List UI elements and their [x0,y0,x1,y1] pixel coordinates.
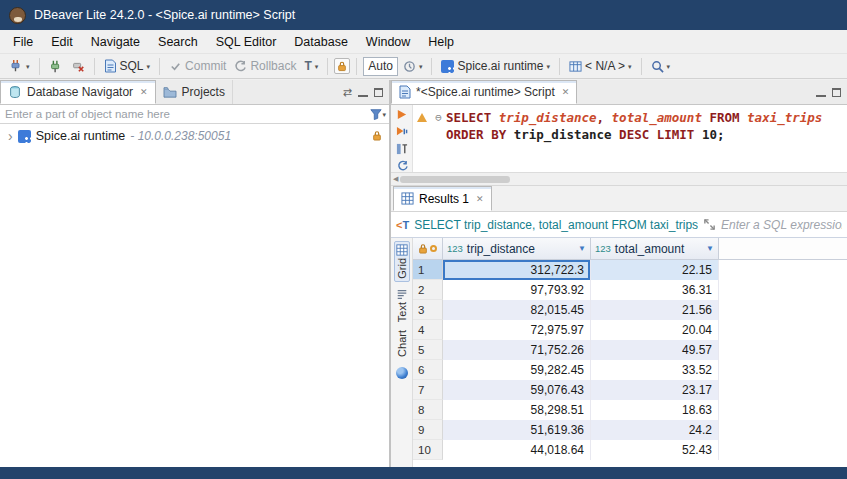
table-row[interactable]: 858,298.5118.63 [413,400,847,420]
menu-edit[interactable]: Edit [42,32,82,52]
cell-trip-distance[interactable]: 71,752.26 [443,340,591,360]
cell-total-amount[interactable]: 36.31 [591,280,719,300]
scrollbar-thumb[interactable] [400,176,510,183]
tab-text-view[interactable]: Text [395,286,409,324]
minimize-icon[interactable] [358,88,368,97]
maximize-icon[interactable] [832,88,841,97]
menu-sql-editor[interactable]: SQL Editor [207,32,286,52]
sql-code-area[interactable]: ⊖ SELECT trip_distance, total_amount FRO… [413,105,847,172]
cell-total-amount[interactable]: 23.17 [591,380,719,400]
table-row[interactable]: 1044,018.6452.43 [413,440,847,460]
tab-sql-script[interactable]: *<Spice.ai runtime> Script ✕ [391,80,577,104]
search-icon [651,60,664,73]
maximize-icon[interactable] [374,88,383,97]
commit-mode-combo[interactable]: Auto [363,57,398,76]
row-number[interactable]: 3 [413,300,443,320]
new-connection-button[interactable]: ▾ [5,57,33,75]
tab-database-navigator[interactable]: Database Navigator ✕ [0,80,156,104]
transaction-log-button[interactable]: ▾ [400,58,426,75]
cell-trip-distance[interactable]: 72,975.97 [443,320,591,340]
readonly-toggle-button[interactable] [334,58,350,74]
sort-icon[interactable]: ▼ [706,244,714,253]
grid-corner-cell[interactable] [413,238,443,260]
row-number[interactable]: 4 [413,320,443,340]
row-number[interactable]: 5 [413,340,443,360]
explain-plan-button[interactable] [394,143,410,155]
sql-editor-button[interactable]: SQL ▾ [101,57,154,75]
column-header-trip-distance[interactable]: 123 trip_distance ▼ [443,238,591,260]
cell-trip-distance[interactable]: 59,076.43 [443,380,591,400]
expand-filter-icon[interactable] [703,218,716,231]
minimize-icon[interactable] [816,88,826,97]
result-filter-input[interactable] [721,218,842,232]
row-number[interactable]: 7 [413,380,443,400]
tab-grid-view[interactable]: Grid [394,241,410,282]
cell-trip-distance[interactable]: 97,793.92 [443,280,591,300]
close-icon[interactable]: ✕ [140,87,148,97]
table-row[interactable]: 472,975.9720.04 [413,320,847,340]
cell-total-amount[interactable]: 18.63 [591,400,719,420]
expander-icon[interactable]: › [8,129,13,143]
tab-results-1[interactable]: Results 1 ✕ [393,186,492,211]
disconnect-button[interactable] [68,57,88,75]
row-number[interactable]: 8 [413,400,443,420]
cell-trip-distance[interactable]: 58,298.51 [443,400,591,420]
row-number[interactable]: 1 [413,260,443,280]
cell-total-amount[interactable]: 33.52 [591,360,719,380]
scroll-left-icon[interactable]: ◀ [393,175,398,183]
cell-trip-distance[interactable]: 312,722.3 [443,260,591,280]
cell-total-amount[interactable]: 52.43 [591,440,719,460]
column-header-total-amount[interactable]: 123 total_amount ▼ [591,238,719,260]
cell-trip-distance[interactable]: 44,018.64 [443,440,591,460]
tab-chart-view[interactable]: Chart [395,328,409,359]
cell-total-amount[interactable]: 21.56 [591,300,719,320]
tab-projects[interactable]: Projects [156,80,233,104]
menu-database[interactable]: Database [285,32,357,52]
execute-script-button[interactable] [394,125,410,137]
tree-item-spice-runtime[interactable]: › Spice.ai runtime - 10.0.0.238:50051 [0,127,389,145]
link-editor-icon[interactable]: ⇄ [343,86,352,99]
row-number[interactable]: 10 [413,440,443,460]
execute-statement-button[interactable] [394,108,410,120]
active-schema-combo[interactable]: < N/A > ▾ [566,57,635,75]
cell-total-amount[interactable]: 24.2 [591,420,719,440]
search-button[interactable]: ▾ [648,58,674,75]
close-icon[interactable]: ✕ [476,194,484,204]
filter-funnel-icon[interactable] [370,108,382,120]
cell-trip-distance[interactable]: 51,619.36 [443,420,591,440]
menu-help[interactable]: Help [419,32,463,52]
connect-button[interactable] [46,57,66,75]
row-number[interactable]: 2 [413,280,443,300]
editor-hscrollbar[interactable]: ◀ [391,173,847,186]
cell-total-amount[interactable]: 20.04 [591,320,719,340]
table-row[interactable]: 951,619.3624.2 [413,420,847,440]
menu-search[interactable]: Search [149,32,207,52]
panels-icon[interactable] [396,367,408,379]
transaction-mode-button[interactable]: T ▾ [301,57,321,75]
cell-trip-distance[interactable]: 82,015.45 [443,300,591,320]
table-row[interactable]: 759,076.4323.17 [413,380,847,400]
cell-total-amount[interactable]: 49.57 [591,340,719,360]
fold-collapse-icon[interactable]: ⊖ [431,109,446,126]
object-filter-input[interactable] [0,105,370,123]
table-row[interactable]: 659,282.4533.52 [413,360,847,380]
menu-window[interactable]: Window [357,32,419,52]
table-row[interactable]: 571,752.2649.57 [413,340,847,360]
sort-desc-icon[interactable]: ▼ [578,244,586,253]
table-row[interactable]: 382,015.4521.56 [413,300,847,320]
close-icon[interactable]: ✕ [562,87,570,97]
cell-total-amount[interactable]: 22.15 [591,260,719,280]
menu-navigate[interactable]: Navigate [82,32,149,52]
script-settings-button[interactable] [394,160,410,172]
row-number[interactable]: 6 [413,360,443,380]
result-grid: 123 trip_distance ▼ 123 total_amount ▼ 1… [413,238,847,467]
row-number[interactable]: 9 [413,420,443,440]
table-row[interactable]: 297,793.9236.31 [413,280,847,300]
cell-trip-distance[interactable]: 59,282.45 [443,360,591,380]
commit-button[interactable]: Commit [166,57,229,75]
filter-menu-caret[interactable]: ▾ [382,111,386,118]
table-row[interactable]: 1312,722.322.15 [413,260,847,280]
menu-file[interactable]: File [4,32,42,52]
active-connection-combo[interactable]: Spice.ai runtime ▾ [438,57,553,75]
rollback-button[interactable]: Rollback [231,57,299,75]
